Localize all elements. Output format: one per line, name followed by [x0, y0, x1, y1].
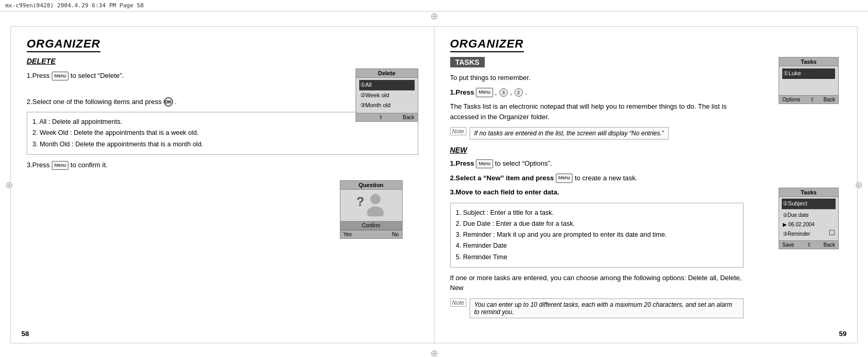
nav-icon-bottom: ⇧	[807, 242, 811, 248]
tasks-bottom-footer: Save ⇧ Back	[779, 240, 838, 249]
checkbox-icon	[829, 230, 835, 235]
tasks-description: The Tasks list is an electronic notepad …	[450, 101, 744, 122]
question-screen-header: Question	[340, 181, 402, 190]
tasks-top-header: Tasks	[779, 57, 838, 66]
field-list: 1. Subject : Enter a title for a task. 2…	[450, 203, 744, 268]
tasks-bottom-item-date: ▶ 06.02.2004	[782, 220, 836, 229]
new-heading: NEW	[450, 146, 744, 154]
tasks-top-body: ①Luke	[779, 66, 838, 95]
note-icon-2: Note	[450, 298, 466, 307]
menu-icon-tasks: Menu	[476, 88, 493, 97]
delete-screen-body: ①All ②Week old ③Month old	[356, 78, 418, 113]
num2-icon: 2	[515, 88, 523, 97]
delete-screen-header: Delete	[356, 69, 418, 78]
left-title: ORGANIZER	[27, 37, 418, 51]
tasks-press-instruction: 1.Press Menu , 3 , 2 .	[450, 87, 744, 98]
delete-item-month: ③Month old	[359, 100, 415, 111]
tasks-top-item-luke: ①Luke	[782, 68, 835, 79]
tasks-screen-top: Tasks ①Luke Options ⇧ Back	[779, 57, 839, 104]
field-item-2: 2. Due Date : Enter a due date for a tas…	[456, 218, 738, 229]
delete-item-all: ①All	[359, 80, 415, 90]
cross-bottom-icon: ⊕	[430, 348, 438, 358]
tasks-bottom-item-duedate: ②Due date	[782, 211, 836, 220]
tasks-bottom-item-reminder: ③Reminder	[782, 229, 836, 239]
left-page-number: 58	[21, 330, 29, 338]
note-icon-1: Note	[450, 127, 466, 135]
delete-screen: Delete ①All ②Week old ③Month old ⇧	[356, 68, 418, 122]
print-header: mx-c99en(0428) 2004.4.29 6:34 PM Page 58	[0, 0, 868, 11]
right-page-number: 59	[839, 330, 847, 338]
left-step3: 3.Press Menu to confirm it.	[27, 160, 418, 170]
options-text: If one or more tasks are entered, you ca…	[450, 273, 744, 293]
right-arrow-icon: ▶	[783, 222, 787, 227]
cross-top-icon: ⊕	[430, 11, 438, 21]
note1-text: If no tasks are entered in the list, the…	[470, 127, 669, 140]
tasks-top-footer: Options ⇧ Back	[779, 95, 838, 103]
new-step3: 3.Move to each field to enter data.	[450, 187, 744, 198]
left-section-heading: DELETE	[27, 57, 418, 65]
nav-icon-top: ⇧	[810, 97, 814, 102]
confirm-bar: Confirm	[340, 221, 402, 230]
num3-icon: 3	[499, 88, 508, 97]
field-item-1: 1. Subject : Enter a title for a task.	[456, 207, 738, 218]
nav-icon: ⇧	[379, 114, 383, 120]
note2-box: Note You can enter up to 10 different ta…	[450, 298, 744, 318]
tasks-intro: To put things to remember.	[450, 73, 744, 83]
tasks-bottom-header: Tasks	[779, 188, 838, 197]
menu-icon-new2: Menu	[556, 174, 573, 183]
question-screen-body: ?	[340, 190, 402, 221]
note1-box: Note If no tasks are entered in the list…	[450, 127, 744, 140]
ok-icon-step2: OK	[164, 97, 173, 107]
delete-screen-footer: ⇧ Back	[356, 113, 418, 121]
svg-point-0	[370, 194, 381, 204]
bullet-item-3: 3. Month Old : Delete the appointments t…	[32, 139, 413, 150]
question-mark-icon: ?	[357, 195, 364, 209]
field-item-3: 3. Reminder : Mark it up and you are pro…	[456, 229, 738, 240]
delete-item-week: ②Week old	[359, 90, 415, 101]
person-icon	[366, 193, 385, 216]
right-title: ORGANIZER	[450, 37, 842, 51]
menu-icon-new1: Menu	[476, 159, 493, 169]
tasks-screen-bottom: Tasks ①Subject ②Due date ▶ 06.02.20	[779, 188, 839, 249]
bullet-item-2: 2. Week Old : Delete the appointments th…	[32, 128, 413, 138]
note2-text: You can enter up to 10 different tasks, …	[470, 298, 744, 318]
tasks-bottom-body: ①Subject ②Due date ▶ 06.02.2004 ③Reminde…	[779, 197, 838, 240]
question-screen-footer: Yes No	[340, 230, 402, 238]
menu-icon-step1: Menu	[52, 72, 69, 81]
svg-point-1	[367, 206, 384, 216]
field-item-5: 5. Reminder Time	[456, 252, 738, 263]
question-screen: Question ? Confirm Yes No	[340, 180, 403, 239]
field-item-4: 4. Reminder Date	[456, 240, 738, 251]
new-step1: 1.Press Menu to select “Options”.	[450, 158, 744, 169]
new-step2: 2.Select a “New” item and press Menu to …	[450, 173, 744, 183]
tasks-badge: TASKS	[450, 57, 485, 67]
menu-icon-step3: Menu	[52, 161, 69, 170]
tasks-bottom-item-subject: ①Subject	[782, 199, 836, 210]
